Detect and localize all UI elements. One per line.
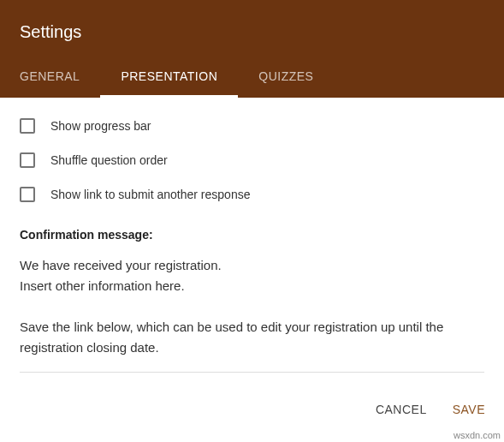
tab-general[interactable]: GENERAL bbox=[20, 57, 100, 98]
checkbox-icon[interactable] bbox=[20, 118, 35, 134]
tabs-bar: GENERAL PRESENTATION QUIZZES bbox=[0, 57, 504, 98]
cancel-button[interactable]: CANCEL bbox=[376, 396, 427, 423]
checkbox-icon[interactable] bbox=[20, 152, 35, 168]
confirmation-message-input[interactable]: We have received your registration. Inse… bbox=[20, 255, 484, 373]
tab-presentation[interactable]: PRESENTATION bbox=[100, 57, 238, 98]
settings-dialog: Settings GENERAL PRESENTATION QUIZZES Sh… bbox=[0, 0, 504, 442]
option-show-submit-another-link[interactable]: Show link to submit another response bbox=[20, 187, 484, 202]
watermark-text: wsxdn.com bbox=[454, 430, 501, 440]
dialog-title: Settings bbox=[0, 0, 504, 57]
dialog-actions: CANCEL SAVE bbox=[376, 396, 485, 423]
option-label: Shuffle question order bbox=[50, 153, 168, 167]
dialog-header: Settings GENERAL PRESENTATION QUIZZES bbox=[0, 0, 504, 98]
checkbox-icon[interactable] bbox=[20, 187, 35, 202]
confirmation-message-title: Confirmation message: bbox=[20, 228, 484, 242]
option-shuffle-question-order[interactable]: Shuffle question order bbox=[20, 152, 484, 168]
option-label: Show progress bar bbox=[50, 119, 151, 133]
option-label: Show link to submit another response bbox=[50, 188, 250, 201]
save-button[interactable]: SAVE bbox=[453, 396, 485, 423]
tab-content-presentation: Show progress bar Shuffle question order… bbox=[0, 98, 504, 373]
tab-quizzes[interactable]: QUIZZES bbox=[238, 57, 334, 98]
option-show-progress-bar[interactable]: Show progress bar bbox=[20, 118, 484, 134]
